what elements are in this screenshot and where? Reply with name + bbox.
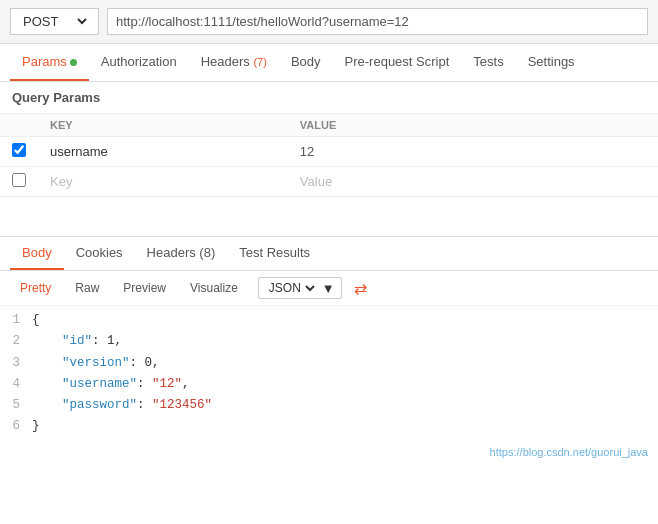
param-key[interactable]: username — [38, 137, 288, 167]
table-row-placeholder: Key Value — [0, 167, 658, 197]
placeholder-checkbox-cell[interactable] — [0, 167, 38, 197]
code-line: 5 "password": "123456" — [0, 395, 658, 416]
tab-body[interactable]: Body — [279, 44, 333, 81]
tab-pre-request[interactable]: Pre-request Script — [333, 44, 462, 81]
format-dropdown[interactable]: JSON XML HTML Text — [265, 280, 318, 296]
line-content: "version": 0, — [32, 353, 658, 374]
request-tabs: Params Authorization Headers (7) Body Pr… — [0, 44, 658, 82]
query-params-title: Query Params — [0, 82, 658, 113]
method-select[interactable]: POST GET PUT DELETE — [10, 8, 99, 35]
params-dot — [70, 59, 77, 66]
fmt-raw[interactable]: Raw — [65, 277, 109, 299]
url-bar: POST GET PUT DELETE — [0, 0, 658, 44]
tab-authorization[interactable]: Authorization — [89, 44, 189, 81]
line-number: 3 — [0, 353, 32, 374]
spacer — [0, 197, 658, 237]
tab-response-body[interactable]: Body — [10, 237, 64, 270]
placeholder-checkbox[interactable] — [12, 173, 26, 187]
params-table: KEY VALUE username 12 Key Value — [0, 113, 658, 197]
col-checkbox — [0, 114, 38, 137]
line-content: "id": 1, — [32, 331, 658, 352]
fmt-pretty[interactable]: Pretty — [10, 277, 61, 299]
response-code-area: 1 { 2 "id": 1, 3 "version": 0, 4 "userna… — [0, 306, 658, 442]
param-value[interactable]: 12 — [288, 137, 658, 167]
tab-headers[interactable]: Headers (7) — [189, 44, 279, 81]
line-content: { — [32, 310, 658, 331]
tab-settings[interactable]: Settings — [516, 44, 587, 81]
fmt-preview[interactable]: Preview — [113, 277, 176, 299]
chevron-down-icon: ▼ — [322, 281, 335, 296]
headers-badge: (7) — [253, 56, 266, 68]
wrap-icon[interactable]: ⇄ — [354, 279, 367, 298]
line-number: 2 — [0, 331, 32, 352]
placeholder-value[interactable]: Value — [288, 167, 658, 197]
code-line: 2 "id": 1, — [0, 331, 658, 352]
col-key-header: KEY — [38, 114, 288, 137]
format-bar: Pretty Raw Preview Visualize JSON XML HT… — [0, 271, 658, 306]
placeholder-key[interactable]: Key — [38, 167, 288, 197]
tab-params[interactable]: Params — [10, 44, 89, 81]
tab-test-results[interactable]: Test Results — [227, 237, 322, 270]
tab-cookies[interactable]: Cookies — [64, 237, 135, 270]
code-line: 6 } — [0, 416, 658, 437]
line-number: 4 — [0, 374, 32, 395]
line-content: } — [32, 416, 658, 437]
tab-tests[interactable]: Tests — [461, 44, 515, 81]
line-content: "password": "123456" — [32, 395, 658, 416]
tab-response-headers[interactable]: Headers (8) — [135, 237, 228, 270]
code-line: 3 "version": 0, — [0, 353, 658, 374]
url-input[interactable] — [107, 8, 648, 35]
code-line: 4 "username": "12", — [0, 374, 658, 395]
line-content: "username": "12", — [32, 374, 658, 395]
row-checkbox[interactable] — [12, 143, 26, 157]
watermark: https://blog.csdn.net/guorui_java — [0, 442, 658, 462]
col-value-header: VALUE — [288, 114, 658, 137]
row-checkbox-cell[interactable] — [0, 137, 38, 167]
fmt-visualize[interactable]: Visualize — [180, 277, 248, 299]
format-select-wrap[interactable]: JSON XML HTML Text ▼ — [258, 277, 342, 299]
code-line: 1 { — [0, 310, 658, 331]
method-dropdown[interactable]: POST GET PUT DELETE — [19, 13, 90, 30]
line-number: 1 — [0, 310, 32, 331]
line-number: 5 — [0, 395, 32, 416]
response-tabs: Body Cookies Headers (8) Test Results — [0, 237, 658, 271]
table-row: username 12 — [0, 137, 658, 167]
line-number: 6 — [0, 416, 32, 437]
